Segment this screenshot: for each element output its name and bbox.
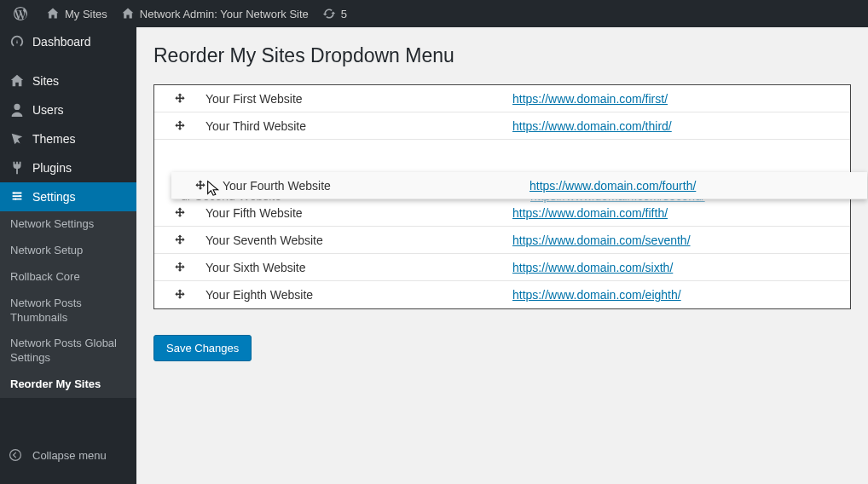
users-icon xyxy=(9,102,26,118)
drag-handle-icon[interactable] xyxy=(154,92,205,106)
sidebar-item-sites[interactable]: Sites xyxy=(0,66,136,95)
site-url-link[interactable]: https://www.domain.com/third/ xyxy=(512,119,672,133)
site-url-link[interactable]: https://www.domain.com/sixth/ xyxy=(512,261,673,274)
site-url-link[interactable]: https://www.domain.com/seventh/ xyxy=(512,233,691,247)
plugins-icon xyxy=(9,160,26,176)
network-admin-menu[interactable]: Network Admin: Your Network Site xyxy=(114,0,315,27)
svg-point-0 xyxy=(13,192,14,193)
sidebar-item-themes[interactable]: Themes xyxy=(0,124,136,153)
svg-point-1 xyxy=(20,195,21,197)
site-row[interactable]: Your Seventh Websitehttps://www.domain.c… xyxy=(154,227,850,254)
sidebar-item-dashboard[interactable]: Dashboard xyxy=(0,27,136,56)
site-name: Your Eighth Website xyxy=(205,288,512,302)
drag-handle-icon[interactable] xyxy=(154,119,205,133)
updates-menu[interactable]: 5 xyxy=(315,0,354,27)
sidebar-label: Themes xyxy=(32,132,76,146)
site-name: Your Seventh Website xyxy=(205,233,512,247)
site-row[interactable]: Your Eighth Websitehttps://www.domain.co… xyxy=(154,281,850,308)
site-row[interactable]: Your First Websitehttps://www.domain.com… xyxy=(154,85,850,112)
settings-submenu: Network Settings Network Setup Rollback … xyxy=(0,211,136,398)
svg-point-3 xyxy=(10,450,21,461)
site-url-link[interactable]: https://www.domain.com/first/ xyxy=(512,92,668,106)
page-title: Reorder My Sites Dropdown Menu xyxy=(153,44,851,67)
svg-point-2 xyxy=(14,199,16,200)
drag-handle-icon[interactable] xyxy=(154,206,205,220)
sidebar-label: Sites xyxy=(32,74,59,88)
updates-count: 5 xyxy=(341,8,347,20)
site-url-link[interactable]: https://www.domain.com/fourth/ xyxy=(529,179,696,193)
sidebar-label: Dashboard xyxy=(32,35,91,49)
settings-icon xyxy=(9,189,26,205)
wp-logo-menu[interactable] xyxy=(7,0,39,27)
home-icon xyxy=(46,7,60,20)
site-url-link[interactable]: https://www.domain.com/fifth/ xyxy=(512,206,668,220)
collapse-menu-button[interactable]: Collapse menu xyxy=(0,441,136,469)
collapse-icon xyxy=(9,448,26,462)
site-url-link[interactable]: https://www.domain.com/eighth/ xyxy=(512,288,681,302)
submenu-rollback-core[interactable]: Rollback Core xyxy=(0,264,136,291)
themes-icon xyxy=(9,131,26,147)
drag-handle-icon[interactable] xyxy=(171,179,223,193)
home-icon xyxy=(121,7,135,20)
sidebar-label: Plugins xyxy=(32,161,72,175)
my-sites-menu[interactable]: My Sites xyxy=(39,0,114,27)
site-row[interactable]: Your Sixth Websitehttps://www.domain.com… xyxy=(154,254,850,281)
submenu-network-posts-thumbnails[interactable]: Network Posts Thumbnails xyxy=(0,291,136,331)
admin-sidebar: Dashboard Sites Users Themes Plugins Set… xyxy=(0,27,136,484)
submenu-reorder-my-sites[interactable]: Reorder My Sites xyxy=(0,372,136,398)
submenu-network-setup[interactable]: Network Setup xyxy=(0,238,136,264)
submenu-network-settings[interactable]: Network Settings xyxy=(0,211,136,238)
wordpress-icon xyxy=(14,7,27,20)
network-admin-label: Network Admin: Your Network Site xyxy=(140,8,309,20)
sidebar-item-users[interactable]: Users xyxy=(0,95,136,124)
update-icon xyxy=(322,7,336,20)
sidebar-item-plugins[interactable]: Plugins xyxy=(0,153,136,182)
drag-handle-icon[interactable] xyxy=(154,288,205,302)
sites-icon xyxy=(9,73,26,89)
dashboard-icon xyxy=(9,34,26,49)
drag-handle-icon[interactable] xyxy=(154,261,205,274)
site-name: Your Sixth Website xyxy=(205,261,512,274)
save-button[interactable]: Save Changes xyxy=(153,335,252,361)
submenu-network-posts-global-settings[interactable]: Network Posts Global Settings xyxy=(0,331,136,372)
site-name: Your First Website xyxy=(205,92,512,106)
sidebar-label: Users xyxy=(32,103,64,117)
site-name: Your Fifth Website xyxy=(205,206,512,220)
site-name: Your Fourth Website xyxy=(223,179,529,193)
sortable-site-list: Your First Websitehttps://www.domain.com… xyxy=(153,84,851,309)
drag-handle-icon[interactable] xyxy=(154,233,205,247)
main-content: Reorder My Sites Dropdown Menu Your Firs… xyxy=(136,27,868,484)
site-name: Your Third Website xyxy=(205,119,512,133)
sidebar-item-settings[interactable]: Settings xyxy=(0,182,136,211)
site-row[interactable]: Your Fifth Websitehttps://www.domain.com… xyxy=(154,199,850,227)
site-row[interactable]: Your Third Websitehttps://www.domain.com… xyxy=(154,112,850,140)
site-row[interactable]: Your Fourth Websitehttps://www.domain.co… xyxy=(171,172,867,199)
collapse-label: Collapse menu xyxy=(32,449,107,462)
admin-bar: My Sites Network Admin: Your Network Sit… xyxy=(0,0,868,27)
sidebar-label: Settings xyxy=(32,190,76,204)
my-sites-label: My Sites xyxy=(65,8,107,20)
